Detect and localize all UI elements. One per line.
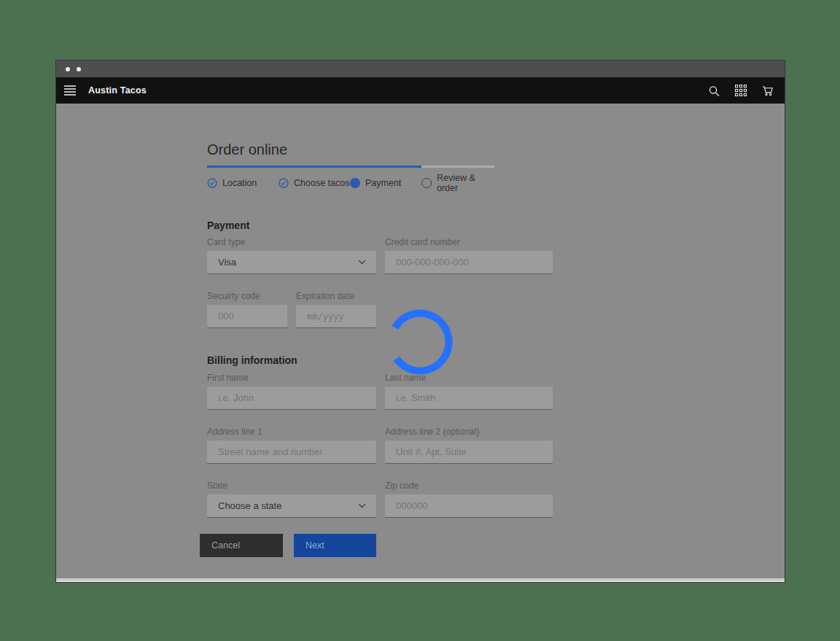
app-window: Austin Tacos — [56, 61, 785, 582]
search-icon[interactable] — [708, 85, 720, 96]
step-location[interactable]: Location — [207, 166, 279, 193]
security-code-input[interactable] — [207, 305, 287, 328]
chevron-down-icon — [358, 260, 366, 265]
app-header: Austin Tacos — [56, 77, 785, 104]
step-payment[interactable]: Payment — [350, 166, 421, 193]
app-title: Austin Tacos — [88, 85, 147, 96]
card-type-value: Visa — [218, 257, 236, 268]
address-line2-input[interactable] — [385, 440, 553, 464]
zip-code-label: Zip code — [385, 481, 553, 491]
credit-card-number-input[interactable] — [385, 251, 553, 274]
address-line2-label: Address line 2 (optional) — [385, 427, 553, 437]
window-titlebar — [56, 61, 785, 77]
step-label: Choose tacos — [294, 178, 349, 188]
next-button[interactable]: Next — [294, 534, 376, 557]
state-label: State — [207, 481, 376, 491]
first-name-label: First name — [207, 373, 376, 383]
step-label: Review & order — [437, 173, 494, 193]
step-label: Payment — [365, 178, 401, 188]
expiration-date-label: Expiration date — [296, 291, 376, 301]
desktop: { "nav": { "title": "Austin Tacos" }, "p… — [0, 0, 840, 641]
page-title: Order online — [207, 141, 626, 158]
credit-card-number-label: Credit card number — [385, 237, 553, 247]
check-circle-icon — [279, 178, 289, 188]
window-bottom-edge — [56, 578, 785, 582]
loading-spinner-icon — [387, 309, 453, 375]
window-control-dot[interactable] — [66, 67, 70, 71]
step-label: Location — [222, 178, 257, 188]
address-line1-label: Address line 1 — [207, 427, 376, 437]
zip-code-input[interactable] — [385, 494, 553, 518]
cart-icon[interactable] — [762, 85, 774, 96]
chevron-down-icon — [358, 503, 366, 508]
check-circle-icon — [207, 178, 217, 188]
last-name-input[interactable] — [385, 386, 553, 410]
app-switcher-icon[interactable] — [735, 85, 747, 96]
menu-icon[interactable] — [64, 85, 76, 96]
progress-indicator: Location Choose tacos Payment Review & o… — [207, 166, 494, 193]
security-code-label: Secuirty code — [207, 291, 287, 301]
step-choose-tacos[interactable]: Choose tacos — [279, 166, 350, 193]
card-type-label: Card type — [207, 237, 376, 247]
state-value: Choose a state — [218, 500, 281, 511]
first-name-input[interactable] — [207, 386, 376, 410]
cancel-button[interactable]: Cancel — [200, 534, 283, 557]
state-select[interactable]: Choose a state — [207, 494, 376, 518]
window-control-dot[interactable] — [77, 67, 81, 71]
step-review-order[interactable]: Review & order — [421, 166, 494, 193]
page-content: Order online Location Choose tacos P — [56, 104, 785, 578]
header-actions — [708, 85, 774, 96]
current-step-dot-icon — [350, 178, 360, 188]
address-line1-input[interactable] — [207, 440, 376, 464]
expiration-date-input[interactable] — [296, 305, 376, 328]
incomplete-step-circle-icon — [421, 178, 432, 188]
card-type-select[interactable]: Visa — [207, 251, 376, 274]
payment-section-heading: Payment — [207, 220, 626, 231]
form-actions: Cancel Next — [200, 534, 626, 557]
